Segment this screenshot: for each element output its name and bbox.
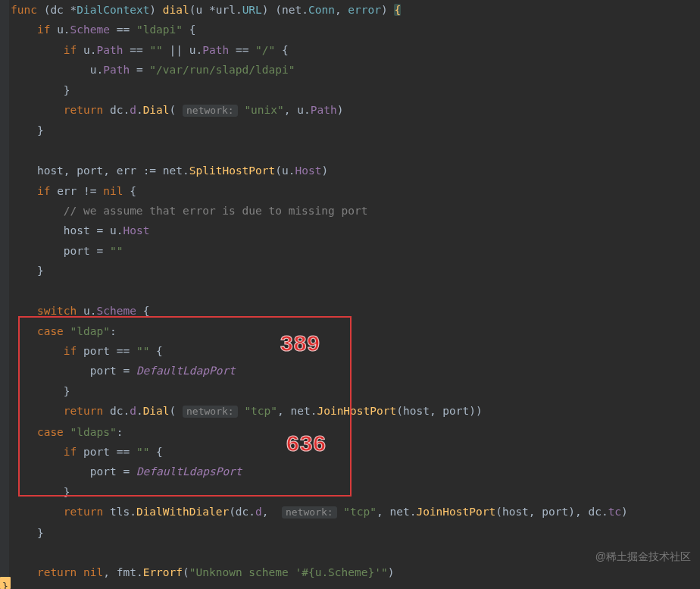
caret-indicator xyxy=(0,577,11,589)
code-editor[interactable]: 389 636 @稀土掘金技术社区 func (dc *DialContext)… xyxy=(0,0,700,589)
fn-dial: dial xyxy=(163,4,189,16)
const-default-ldap-port: DefaultLdapPort xyxy=(136,365,236,377)
param-hint-network: network: xyxy=(282,506,337,519)
comment: // we assume that error is due to missin… xyxy=(64,205,368,217)
brace-open: { xyxy=(394,4,401,16)
param-hint-network: network: xyxy=(183,105,238,117)
kw-func: func xyxy=(11,4,37,16)
const-default-ldaps-port: DefaultLdapsPort xyxy=(136,465,242,478)
code-block[interactable]: func (dc *DialContext) dial(u *url.URL) … xyxy=(0,0,700,583)
param-hint-network: network: xyxy=(183,406,238,418)
